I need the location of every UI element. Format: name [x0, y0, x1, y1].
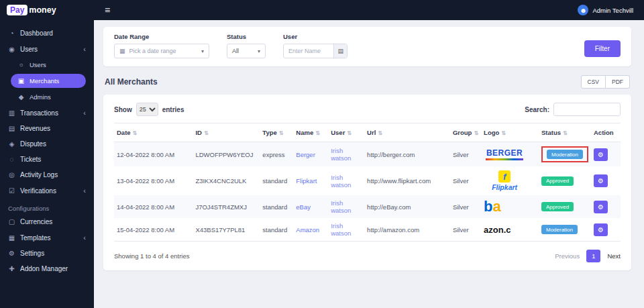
row-action-button[interactable]: ⚙: [594, 148, 608, 161]
cell-id: X43BS17Y7PL81: [193, 218, 260, 242]
sidebar-item-users[interactable]: ◉ Users ‹: [0, 41, 94, 57]
sidebar-item-label: Addon Manager: [20, 265, 68, 272]
sort-icon: ⇅: [347, 130, 352, 136]
table-row: 13-04-2022 8:00 AM Z3IKX4CNC2ULK standar…: [114, 166, 621, 195]
col-date[interactable]: Date⇅: [114, 123, 193, 142]
sidebar-subitem-merchants[interactable]: ▣ Merchants: [11, 74, 86, 88]
sidebar-item-currencies[interactable]: ▢ Currencies: [0, 214, 94, 229]
page-heading-row: All Merchants CSV PDF: [105, 75, 630, 89]
col-url[interactable]: Url⇅: [364, 123, 450, 142]
export-pdf-button[interactable]: PDF: [606, 75, 630, 89]
sidebar-item-activity-logs[interactable]: ◎ Activity Logs: [0, 167, 94, 183]
gear-icon: ⚙: [598, 151, 604, 158]
sidebar-item-tickets[interactable]: ◌ Tickets: [0, 152, 94, 167]
col-id[interactable]: ID⇅: [193, 123, 260, 142]
main-content: Date Range ▦ Pick a date range ▾ Status …: [94, 20, 644, 308]
sidebar-item-addon-manager[interactable]: ✚ Addon Manager: [0, 261, 94, 276]
cell-type: express: [260, 142, 293, 167]
date-range-label: Date Range: [114, 33, 209, 40]
col-name[interactable]: Name⇅: [293, 123, 328, 142]
chevron-left-icon: ‹: [83, 45, 86, 53]
logo-pay-badge: Pay: [7, 5, 28, 15]
cell-id: J7OJ4STR4ZMXJ: [193, 195, 260, 218]
row-action-button[interactable]: ⚙: [594, 223, 608, 236]
merchants-table-panel: Show 25 entries Search: Date⇅ ID⇅: [103, 95, 631, 270]
search-label: Search:: [525, 106, 549, 113]
table-row: 12-04-2022 8:00 AM LDWOFPPW6YEOJ express…: [114, 142, 621, 167]
merchant-name-link[interactable]: eBay: [296, 203, 311, 211]
merchant-name-link[interactable]: Flipkart: [296, 177, 317, 185]
merchant-user-link[interactable]: Irish watson: [331, 222, 351, 237]
search-input[interactable]: [553, 103, 621, 116]
sidebar-subitem-users[interactable]: ○ Users: [0, 57, 94, 72]
col-user[interactable]: User⇅: [328, 123, 364, 142]
merchant-user-link[interactable]: Irish watson: [331, 147, 351, 162]
disputes-icon: ◈: [8, 140, 15, 148]
date-range-input[interactable]: ▦ Pick a date range ▾: [114, 44, 209, 58]
merchant-name-link[interactable]: Amazon: [296, 226, 319, 234]
cell-date: 14-04-2022 8:00 AM: [114, 195, 193, 218]
sidebar-item-label: Users: [30, 61, 46, 68]
sidebar-item-templates[interactable]: ▦ Templates ‹: [0, 229, 94, 246]
menu-toggle-icon[interactable]: ≡: [105, 5, 110, 15]
sidebar-item-label: Dashboard: [20, 30, 53, 37]
date-range-placeholder: Pick a date range: [129, 48, 176, 54]
cell-id: Z3IKX4CNC2ULK: [193, 166, 260, 195]
status-badge: Approved: [541, 176, 574, 186]
pagination-page-1[interactable]: 1: [586, 250, 600, 262]
export-csv-button[interactable]: CSV: [581, 75, 606, 89]
table-controls: Show 25 entries Search:: [114, 103, 621, 116]
pagination-previous[interactable]: Previous: [555, 252, 580, 260]
cell-group: Silver: [450, 218, 481, 242]
brand-logo[interactable]: Pay money: [0, 5, 94, 15]
export-buttons: CSV PDF: [581, 75, 630, 89]
user-filter-label: User: [283, 33, 347, 40]
gear-icon: ⚙: [598, 226, 604, 234]
pagination-next[interactable]: Next: [607, 252, 621, 260]
sidebar-subitem-admins[interactable]: ◆ Admins: [0, 89, 94, 105]
sidebar-item-label: Disputes: [20, 140, 46, 148]
users-icon: ◉: [8, 46, 15, 53]
sidebar-item-label: Transactions: [20, 109, 58, 117]
page-size-select[interactable]: 25: [136, 103, 158, 116]
sidebar-item-dashboard[interactable]: ◔ Dashboard: [0, 25, 94, 41]
contact-book-icon[interactable]: ▤: [333, 44, 347, 58]
date-range-group: Date Range ▦ Pick a date range ▾: [114, 33, 209, 58]
gear-icon: ⚙: [8, 250, 15, 257]
chevron-left-icon: ‹: [83, 234, 86, 242]
templates-icon: ▦: [8, 234, 15, 242]
cell-group: Silver: [450, 142, 481, 167]
col-logo[interactable]: Logo⇅: [481, 123, 539, 142]
row-action-button[interactable]: ⚙: [594, 201, 608, 213]
sidebar-item-revenues[interactable]: ▤ Revenues: [0, 121, 94, 136]
col-type[interactable]: Type⇅: [260, 123, 293, 142]
status-group: Status All ▾: [227, 33, 266, 58]
sidebar-item-settings[interactable]: ⚙ Settings: [0, 246, 94, 261]
sidebar-item-verifications[interactable]: ☑ Verifications ‹: [0, 183, 94, 199]
cell-url: http://eBay.com: [364, 195, 450, 218]
status-badge: Moderation: [541, 225, 578, 234]
search-group: Search:: [525, 103, 621, 116]
filter-button[interactable]: Filter: [584, 40, 621, 57]
sort-icon: ⇅: [315, 130, 320, 136]
topbar-user-menu[interactable]: ☻ Admin Techvill: [578, 5, 644, 15]
merchant-user-link[interactable]: Irish watson: [331, 199, 351, 214]
row-action-button[interactable]: ⚙: [594, 174, 608, 187]
col-group[interactable]: Group⇅: [450, 123, 481, 142]
cell-group: Silver: [450, 166, 481, 195]
status-select[interactable]: All ▾: [227, 44, 266, 58]
merchant-user-link[interactable]: Irish watson: [331, 174, 351, 189]
plus-icon: ✚: [8, 265, 15, 272]
col-status[interactable]: Status⇅: [539, 123, 591, 142]
merchant-name-link[interactable]: Berger: [296, 151, 315, 158]
sidebar-section-configurations: Configurations: [0, 199, 94, 214]
gear-icon: ⚙: [598, 177, 604, 185]
revenues-icon: ▤: [8, 125, 15, 132]
caret-down-icon: ▾: [258, 48, 260, 54]
table-header-row: Date⇅ ID⇅ Type⇅ Name⇅ User⇅ Url⇅ Group⇅ …: [114, 123, 621, 142]
sort-icon: ⇅: [279, 130, 284, 136]
sidebar-item-disputes[interactable]: ◈ Disputes: [0, 136, 94, 152]
user-avatar-icon: ☻: [578, 5, 588, 15]
sidebar-item-transactions[interactable]: ▥ Transactions ‹: [0, 105, 94, 121]
user-name-input[interactable]: [284, 48, 328, 54]
